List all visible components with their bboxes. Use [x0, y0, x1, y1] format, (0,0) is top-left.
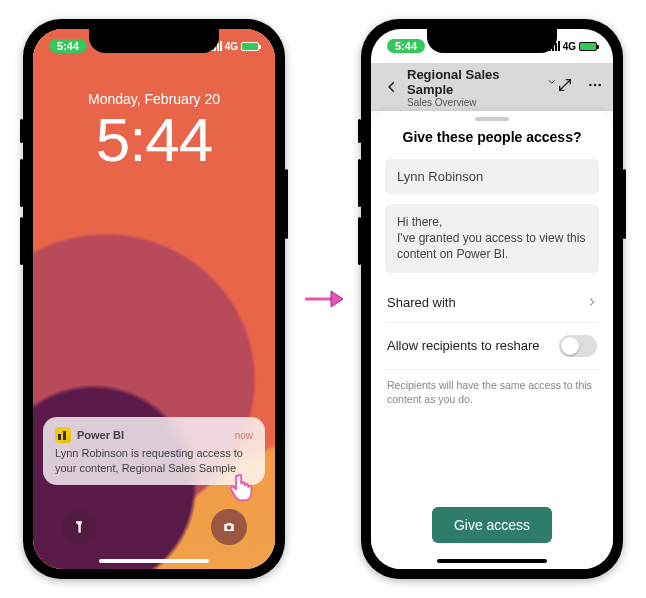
status-time: 5:44 — [387, 39, 425, 53]
network-label: 4G — [225, 41, 238, 52]
chevron-down-icon[interactable] — [547, 77, 557, 87]
chevron-right-icon — [587, 295, 597, 310]
notification-body: Lynn Robinson is requesting access to yo… — [55, 446, 253, 475]
notch — [89, 29, 219, 53]
back-button[interactable] — [381, 80, 403, 94]
lock-time: 5:44 — [33, 107, 275, 172]
header-title: Regional Sales Sample — [407, 67, 543, 97]
message-field[interactable]: Hi there, I've granted you access to vie… — [385, 204, 599, 273]
flashlight-button[interactable] — [61, 509, 97, 545]
notification-time: now — [235, 430, 253, 441]
powerbi-icon — [55, 427, 71, 443]
app-header: Regional Sales Sample Sales Overview — [371, 63, 613, 111]
header-subtitle: Sales Overview — [407, 97, 557, 108]
home-indicator[interactable] — [437, 559, 547, 563]
home-indicator[interactable] — [99, 559, 209, 563]
more-icon — [587, 77, 603, 93]
phone-lockscreen: 5:44 4G Monday, February 20 5:44 Power B… — [23, 19, 285, 579]
sheet-handle[interactable] — [475, 117, 509, 121]
sheet-hint: Recipients will have the same access to … — [385, 370, 599, 406]
camera-icon — [222, 520, 236, 534]
notch — [427, 29, 557, 53]
give-access-button[interactable]: Give access — [432, 507, 552, 543]
reshare-row: Allow recipients to reshare — [385, 323, 599, 370]
shared-with-row[interactable]: Shared with — [385, 283, 599, 323]
phone-app: 5:44 4G Regional Sales Sample Sales Over — [361, 19, 623, 579]
reshare-label: Allow recipients to reshare — [387, 338, 539, 353]
status-time: 5:44 — [49, 39, 87, 53]
more-button[interactable] — [587, 77, 603, 97]
lock-datetime: Monday, February 20 5:44 — [33, 91, 275, 172]
reshare-toggle[interactable] — [559, 335, 597, 357]
expand-icon — [557, 77, 573, 93]
flow-arrow-icon — [303, 287, 343, 311]
hand-pointer-icon — [225, 469, 259, 503]
notification-app-name: Power BI — [77, 429, 124, 441]
recipient-field[interactable]: Lynn Robinson — [385, 159, 599, 194]
expand-button[interactable] — [557, 77, 573, 97]
chevron-left-icon — [385, 80, 399, 94]
svg-point-4 — [598, 84, 601, 87]
lock-screen: 5:44 4G Monday, February 20 5:44 Power B… — [33, 29, 275, 569]
network-label: 4G — [563, 41, 576, 52]
shared-with-label: Shared with — [387, 295, 456, 310]
sheet-title: Give these people access? — [371, 129, 613, 145]
svg-point-2 — [589, 84, 592, 87]
share-sheet: Give these people access? Lynn Robinson … — [371, 111, 613, 569]
camera-button[interactable] — [211, 509, 247, 545]
svg-marker-1 — [331, 291, 343, 307]
flashlight-icon — [72, 520, 86, 534]
app-screen: 5:44 4G Regional Sales Sample Sales Over — [371, 29, 613, 569]
svg-point-3 — [594, 84, 597, 87]
battery-icon — [241, 42, 259, 51]
battery-icon — [579, 42, 597, 51]
